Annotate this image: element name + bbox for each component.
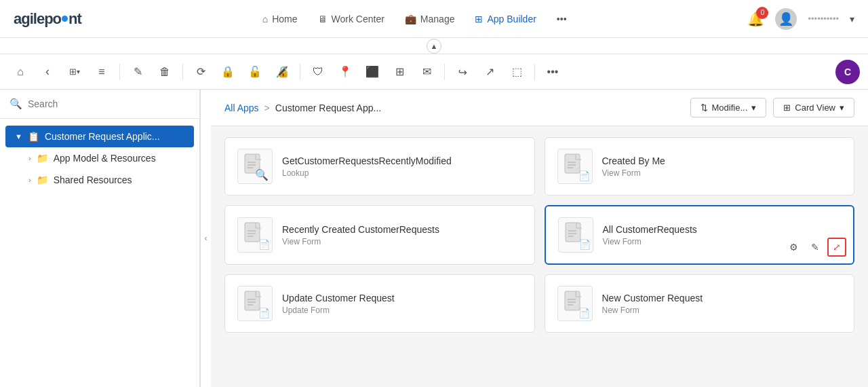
view-button[interactable]: ⊞ Card View ▾ [773, 98, 854, 117]
sidebar-item-app-model[interactable]: › 📁 App Model & Resources [19, 147, 199, 169]
toolbar-user-initial-button[interactable]: C [835, 60, 860, 84]
card-all-customer-requests[interactable]: 📄 All CustomerRequests View Form ⚙ ✎ ⤢ [545, 205, 855, 265]
toolbar-back-button[interactable]: ‹ [35, 60, 60, 84]
card-info: Update Customer Request Update Form [282, 293, 522, 315]
collapse-button[interactable]: ▲ [427, 39, 441, 54]
toolbar-exit-button[interactable]: ⬚ [505, 60, 529, 84]
top-nav: agilepo nt ⌂ Home 🖥 Work Center 💼 Manage… [0, 0, 868, 38]
content-header: All Apps > Customer Request App... ⇅ Mod… [211, 90, 868, 126]
sidebar-collapse-handle[interactable]: ‹ [200, 90, 211, 387]
sidebar-item-shared-resources[interactable]: › 📁 Shared Resources [19, 169, 199, 191]
sidebar-item-customer-request-app[interactable]: ▼ 📋 Customer Request Applic... [5, 126, 194, 147]
content-area: All Apps > Customer Request App... ⇅ Mod… [211, 90, 868, 387]
toolbar-layout1-button[interactable]: ⬛ [360, 60, 384, 84]
card-recently-created[interactable]: 📄 Recently Created CustomerRequests View… [224, 205, 535, 265]
card-subtitle: View Form [602, 168, 842, 178]
toolbar-layout2-button[interactable]: ⊞ [387, 60, 412, 84]
view-dropdown-icon: ▾ [840, 103, 844, 113]
nav-more[interactable]: ••• [557, 14, 567, 24]
nav-links: ⌂ Home 🖥 Work Center 💼 Manage ⊞ App Buil… [262, 14, 567, 24]
card-subtitle: Lookup [282, 168, 522, 178]
toolbar-home-button[interactable]: ⌂ [8, 60, 33, 84]
toolbar-divider-3 [300, 64, 300, 80]
expand-arrow-icon: ▼ [15, 132, 22, 141]
toolbar-export2-button[interactable]: ↗ [477, 60, 502, 84]
toolbar-divider-5 [534, 64, 535, 80]
main-layout: 🔍 ▼ 📋 Customer Request Applic... › 📁 App… [0, 90, 868, 387]
form-badge-icon: 📄 [258, 239, 270, 250]
collapse-icon: ‹ [205, 234, 208, 243]
card-title: Recently Created CustomerRequests [282, 224, 522, 235]
user-dropdown-arrow[interactable]: ▾ [850, 14, 854, 24]
card-icon-form: 📄 [558, 217, 593, 253]
home-icon: ⌂ [262, 14, 268, 24]
svg-rect-12 [566, 223, 580, 242]
card-icon-form: 📄 [557, 286, 593, 321]
card-edit-button[interactable]: ✎ [806, 238, 825, 257]
card-move-button[interactable]: ⤢ [827, 238, 846, 257]
sidebar: 🔍 ▼ 📋 Customer Request Applic... › 📁 App… [0, 90, 200, 387]
toolbar: ⌂ ‹ ⊞▾ ≡ ✎ 🗑 ⟳ 🔒 🔓 🔏 🛡 📍 ⬛ ⊞ ✉ ↩ ↗ ⬚ •••… [0, 54, 868, 90]
card-title: Created By Me [602, 155, 842, 166]
toolbar-more-button[interactable]: ••• [540, 60, 565, 84]
notifications-button[interactable]: 🔔 0 [747, 11, 764, 27]
user-avatar[interactable]: 👤 [775, 8, 797, 30]
card-icon-form: 📄 [237, 217, 273, 253]
cards-area: 🔍 GetCustomerRequestsRecentlyModified Lo… [211, 126, 868, 387]
sidebar-tree-children: › 📁 App Model & Resources › 📁 Shared Res… [0, 147, 199, 191]
breadcrumb-all-apps[interactable]: All Apps [224, 103, 259, 113]
search-input[interactable] [28, 98, 190, 109]
toolbar-email-button[interactable]: ✉ [414, 60, 439, 84]
search-badge-icon: 🔍 [255, 168, 269, 181]
card-update-customer-request[interactable]: 📄 Update Customer Request Update Form [224, 274, 535, 333]
toolbar-export1-button[interactable]: ↩ [450, 60, 475, 84]
card-title: New Customer Request [602, 293, 842, 303]
card-created-by-me[interactable]: 📄 Created By Me View Form [545, 137, 855, 196]
logo[interactable]: agilepo nt [14, 10, 81, 28]
card-info: Recently Created CustomerRequests View F… [282, 224, 522, 246]
grid-icon: ⊞ [475, 14, 483, 24]
form-badge-icon: 📄 [579, 239, 591, 250]
sort-button[interactable]: ⇅ Modifie... ▾ [690, 98, 767, 117]
sidebar-search-area: 🔍 [0, 90, 199, 119]
folder-icon: 📁 [37, 174, 48, 185]
toolbar-history-button[interactable]: ⟳ [189, 60, 213, 84]
sort-dropdown-icon: ▾ [751, 103, 756, 113]
toolbar-delete-button[interactable]: 🗑 [153, 60, 177, 84]
toolbar-edit-button[interactable]: ✎ [125, 60, 150, 84]
monitor-icon: 🖥 [318, 14, 328, 24]
card-info: Created By Me View Form [602, 155, 842, 178]
card-title: All CustomerRequests [603, 224, 842, 235]
toolbar-shield-button[interactable]: 🛡 [306, 60, 330, 84]
avatar-icon: 👤 [778, 12, 793, 26]
card-settings-button[interactable]: ⚙ [784, 238, 803, 257]
toolbar-location-button[interactable]: 📍 [333, 60, 357, 84]
card-get-customer-requests[interactable]: 🔍 GetCustomerRequestsRecentlyModified Lo… [224, 137, 535, 196]
form-badge-icon: 📄 [578, 308, 590, 318]
svg-rect-16 [245, 291, 260, 310]
card-subtitle: Update Form [282, 306, 522, 315]
briefcase-icon: 💼 [405, 14, 416, 24]
toolbar-lock1-button[interactable]: 🔒 [216, 60, 240, 84]
search-icon: 🔍 [9, 98, 22, 110]
folder-icon: 📁 [37, 153, 48, 164]
toolbar-lock2-button[interactable]: 🔓 [243, 60, 267, 84]
toolbar-insert-button[interactable]: ⊞▾ [62, 60, 87, 84]
breadcrumb: All Apps > Customer Request App... [224, 103, 381, 113]
nav-workcenter[interactable]: 🖥 Work Center [318, 14, 384, 24]
folder-icon: 📋 [28, 131, 39, 142]
svg-rect-20 [565, 291, 580, 310]
toolbar-columns-button[interactable]: ≡ [90, 60, 114, 84]
card-icon-form: 📄 [557, 149, 593, 184]
nav-manage[interactable]: 💼 Manage [405, 14, 455, 24]
nav-appbuilder[interactable]: ⊞ App Builder [475, 14, 536, 24]
form-badge-icon: 📄 [258, 308, 270, 318]
toolbar-divider-4 [444, 64, 445, 80]
cards-grid: 🔍 GetCustomerRequestsRecentlyModified Lo… [224, 137, 854, 333]
card-info: GetCustomerRequestsRecentlyModified Look… [282, 155, 522, 178]
card-icon-form: 📄 [237, 286, 273, 321]
toolbar-lock3-button[interactable]: 🔏 [270, 60, 294, 84]
svg-rect-8 [245, 223, 260, 242]
card-new-customer-request[interactable]: 📄 New Customer Request New Form [545, 274, 855, 333]
nav-home[interactable]: ⌂ Home [262, 14, 298, 24]
